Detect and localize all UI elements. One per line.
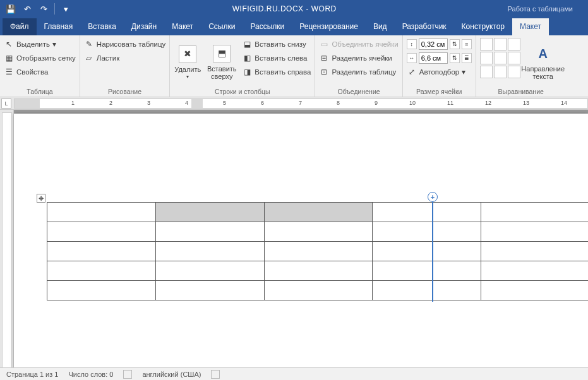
- language-indicator[interactable]: английский (США): [142, 371, 201, 378]
- tab-view[interactable]: Вид: [366, 18, 395, 35]
- autofit-button[interactable]: ⤢Автоподбор ▾: [407, 66, 472, 78]
- insert-left-button[interactable]: ◧Вставить слева: [242, 52, 311, 64]
- table-row: [47, 242, 589, 261]
- delete-button[interactable]: ✖ Удалить▾: [174, 38, 201, 87]
- height-icon: ↕: [407, 39, 417, 49]
- split-table-button[interactable]: ⊡Разделить таблицу: [319, 66, 398, 78]
- align-tc[interactable]: [494, 38, 507, 50]
- tab-table-layout[interactable]: Макет: [512, 18, 549, 35]
- group-alignment: A Направление текста Выравнивание: [476, 35, 566, 97]
- eraser-button[interactable]: ▱Ластик: [84, 52, 165, 64]
- text-direction-button[interactable]: A Направление текста: [524, 38, 562, 87]
- group-label: Таблица: [4, 87, 76, 95]
- insert-below-icon: ⬓: [242, 39, 252, 49]
- stepper-icon[interactable]: ⇅: [450, 53, 460, 63]
- split-icon: ⊟: [319, 53, 329, 63]
- tab-developer[interactable]: Разработчик: [395, 18, 454, 35]
- spellcheck-icon[interactable]: [123, 370, 132, 379]
- split-cells-button[interactable]: ⊟Разделить ячейки: [319, 52, 398, 64]
- redo-icon[interactable]: ↷: [37, 2, 51, 16]
- draw-table-button[interactable]: ✎Нарисовать таблицу: [84, 38, 165, 50]
- column-insert-line: [432, 201, 433, 302]
- tab-home[interactable]: Главная: [37, 18, 81, 35]
- page-indicator[interactable]: Страница 1 из 1: [6, 371, 58, 378]
- distribute-cols-icon[interactable]: ≣: [462, 53, 472, 63]
- tab-references[interactable]: Ссылки: [201, 18, 243, 35]
- cursor-icon: ↖: [4, 39, 14, 49]
- insert-above-icon: ⬒: [213, 45, 231, 62]
- align-bc[interactable]: [494, 66, 507, 78]
- table-tools-label: Работа с таблицами: [496, 5, 584, 13]
- merge-icon: ▭: [319, 39, 329, 49]
- tab-review[interactable]: Рецензирование: [292, 18, 366, 35]
- align-bl[interactable]: [480, 66, 493, 78]
- eraser-icon: ▱: [84, 53, 94, 63]
- table-move-handle-icon[interactable]: ✥: [37, 194, 45, 203]
- macro-icon[interactable]: [211, 370, 220, 379]
- table-row: [47, 261, 589, 281]
- group-label: Объединение: [319, 87, 398, 95]
- align-tl[interactable]: [480, 38, 493, 50]
- qat-customize-icon[interactable]: ▾: [59, 2, 73, 16]
- group-cell-size: ↕⇅≡ ↔⇅≣ ⤢Автоподбор ▾ Размер ячейки: [403, 35, 476, 97]
- column-width-field[interactable]: ↔⇅≣: [407, 52, 472, 64]
- align-mc[interactable]: [494, 52, 507, 64]
- document-page[interactable]: ✥ +: [14, 114, 588, 380]
- insert-above-button[interactable]: ⬒ Вставить сверху: [205, 38, 238, 87]
- tab-insert[interactable]: Вставка: [80, 18, 124, 35]
- group-label: Рисование: [84, 87, 165, 95]
- autofit-icon: ⤢: [407, 67, 417, 77]
- group-label: Размер ячейки: [407, 87, 472, 95]
- table-row: [47, 222, 589, 242]
- view-gridlines-button[interactable]: ▦Отобразить сетку: [4, 52, 76, 64]
- selected-cell: [155, 203, 264, 222]
- width-icon: ↔: [407, 53, 417, 63]
- row-height-field[interactable]: ↕⇅≡: [407, 38, 472, 50]
- horizontal-ruler-area: L 1 2 3 4 5 6 7 8 9 10 11 12 13 14: [0, 97, 588, 110]
- document-table[interactable]: [47, 202, 588, 300]
- align-tr[interactable]: [508, 38, 520, 50]
- group-label: Строки и столбцы: [174, 87, 311, 95]
- save-icon[interactable]: 💾: [4, 2, 18, 16]
- insert-right-button[interactable]: ◨Вставить справа: [242, 66, 311, 78]
- separator: [54, 3, 55, 15]
- align-mr[interactable]: [508, 52, 520, 64]
- stepper-icon[interactable]: ⇅: [450, 39, 460, 49]
- tab-table-design[interactable]: Конструктор: [454, 18, 512, 35]
- table-row: [47, 281, 589, 300]
- merge-cells-button: ▭Объединить ячейки: [319, 38, 398, 50]
- align-br[interactable]: [508, 66, 520, 78]
- horizontal-ruler[interactable]: 1 2 3 4 5 6 7 8 9 10 11 12 13 14: [14, 98, 588, 109]
- align-ml[interactable]: [480, 52, 493, 64]
- group-draw: ✎Нарисовать таблицу ▱Ластик Рисование: [80, 35, 170, 97]
- tab-file[interactable]: Файл: [3, 18, 37, 35]
- vertical-ruler[interactable]: [0, 110, 14, 380]
- pencil-icon: ✎: [84, 39, 94, 49]
- tab-mailings[interactable]: Рассылки: [243, 18, 292, 35]
- ribbon-tabs: Файл Главная Вставка Дизайн Макет Ссылки…: [0, 18, 588, 35]
- delete-icon: ✖: [179, 45, 196, 63]
- document-area: ✥ +: [0, 110, 588, 380]
- window-title: WIFIGID.RU.DOCX - WORD: [73, 4, 496, 13]
- insert-column-indicator-icon[interactable]: +: [428, 192, 438, 202]
- selected-cell: [264, 203, 373, 222]
- undo-icon[interactable]: ↶: [20, 2, 34, 16]
- group-label: Выравнивание: [480, 87, 562, 95]
- group-merge: ▭Объединить ячейки ⊟Разделить ячейки ⊡Ра…: [315, 35, 402, 97]
- split-table-icon: ⊡: [319, 67, 329, 77]
- group-table: ↖Выделить ▾ ▦Отобразить сетку ☰Свойства …: [0, 35, 80, 97]
- properties-icon: ☰: [4, 67, 14, 77]
- alignment-grid: [480, 38, 520, 87]
- insert-below-button[interactable]: ⬓Вставить снизу: [242, 38, 311, 50]
- tab-layout[interactable]: Макет: [164, 18, 201, 35]
- select-button[interactable]: ↖Выделить ▾: [4, 38, 76, 50]
- text-direction-icon: A: [534, 45, 552, 62]
- distribute-rows-icon[interactable]: ≡: [462, 39, 472, 49]
- insert-left-icon: ◧: [242, 53, 252, 63]
- table-row: [47, 203, 589, 222]
- grid-icon: ▦: [4, 53, 14, 63]
- properties-button[interactable]: ☰Свойства: [4, 66, 76, 78]
- ruler-corner-icon[interactable]: L: [1, 98, 11, 109]
- tab-design[interactable]: Дизайн: [124, 18, 164, 35]
- word-count[interactable]: Число слов: 0: [68, 371, 113, 378]
